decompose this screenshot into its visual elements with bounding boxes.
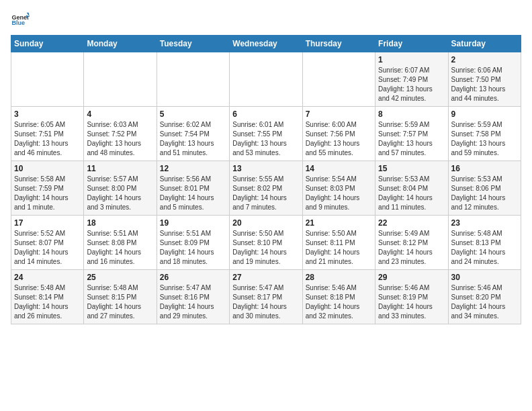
calendar-table: SundayMondayTuesdayWednesdayThursdayFrid… [11, 35, 521, 324]
day-info: Sunrise: 5:59 AM Sunset: 7:57 PM Dayligh… [378, 120, 445, 158]
day-number: 22 [378, 218, 445, 228]
calendar-cell: 12Sunrise: 5:56 AM Sunset: 8:01 PM Dayli… [157, 161, 229, 216]
calendar-cell: 10Sunrise: 5:58 AM Sunset: 7:59 PM Dayli… [11, 161, 84, 216]
calendar-cell: 3Sunrise: 6:05 AM Sunset: 7:51 PM Daylig… [11, 107, 84, 161]
day-info: Sunrise: 5:55 AM Sunset: 8:02 PM Dayligh… [232, 175, 299, 212]
day-info: Sunrise: 6:07 AM Sunset: 7:49 PM Dayligh… [378, 66, 445, 103]
day-number: 4 [87, 109, 153, 119]
calendar-cell: 30Sunrise: 5:46 AM Sunset: 8:20 PM Dayli… [448, 270, 521, 324]
day-info: Sunrise: 5:49 AM Sunset: 8:12 PM Dayligh… [378, 229, 445, 267]
day-info: Sunrise: 5:50 AM Sunset: 8:11 PM Dayligh… [306, 229, 372, 267]
column-header-wednesday: Wednesday [230, 36, 302, 52]
calendar-cell: 21Sunrise: 5:50 AM Sunset: 8:11 PM Dayli… [302, 216, 375, 270]
calendar-cell: 19Sunrise: 5:51 AM Sunset: 8:09 PM Dayli… [157, 216, 229, 270]
column-header-tuesday: Tuesday [157, 36, 229, 52]
column-header-sunday: Sunday [11, 36, 84, 52]
day-info: Sunrise: 6:00 AM Sunset: 7:56 PM Dayligh… [306, 120, 372, 158]
day-info: Sunrise: 5:46 AM Sunset: 8:20 PM Dayligh… [451, 283, 518, 321]
day-number: 8 [378, 109, 445, 119]
day-number: 27 [232, 273, 299, 282]
logo-icon: General Blue [11, 11, 30, 30]
day-number: 23 [451, 218, 518, 228]
calendar-cell [11, 52, 84, 107]
calendar-cell: 8Sunrise: 5:59 AM Sunset: 7:57 PM Daylig… [375, 107, 448, 161]
day-number: 14 [306, 164, 372, 173]
day-info: Sunrise: 5:48 AM Sunset: 8:15 PM Dayligh… [87, 283, 153, 321]
calendar-cell: 9Sunrise: 5:59 AM Sunset: 7:58 PM Daylig… [448, 107, 521, 161]
day-number: 10 [14, 164, 81, 173]
day-number: 19 [160, 218, 226, 228]
column-header-saturday: Saturday [448, 36, 521, 52]
calendar-cell: 25Sunrise: 5:48 AM Sunset: 8:15 PM Dayli… [84, 270, 157, 324]
day-info: Sunrise: 5:48 AM Sunset: 8:13 PM Dayligh… [451, 229, 518, 267]
day-info: Sunrise: 6:02 AM Sunset: 7:54 PM Dayligh… [160, 120, 226, 158]
day-number: 2 [451, 55, 518, 64]
calendar-cell: 26Sunrise: 5:47 AM Sunset: 8:16 PM Dayli… [157, 270, 229, 324]
day-info: Sunrise: 5:58 AM Sunset: 7:59 PM Dayligh… [14, 175, 81, 212]
calendar-cell: 24Sunrise: 5:48 AM Sunset: 8:14 PM Dayli… [11, 270, 84, 324]
calendar-cell [157, 52, 229, 107]
calendar-cell: 22Sunrise: 5:49 AM Sunset: 8:12 PM Dayli… [375, 216, 448, 270]
day-info: Sunrise: 5:48 AM Sunset: 8:14 PM Dayligh… [14, 283, 81, 321]
day-info: Sunrise: 5:56 AM Sunset: 8:01 PM Dayligh… [160, 175, 226, 212]
calendar-cell: 1Sunrise: 6:07 AM Sunset: 7:49 PM Daylig… [375, 52, 448, 107]
day-number: 25 [87, 273, 153, 282]
day-number: 5 [160, 109, 226, 119]
day-info: Sunrise: 5:47 AM Sunset: 8:17 PM Dayligh… [232, 283, 299, 321]
calendar-cell: 18Sunrise: 5:51 AM Sunset: 8:08 PM Dayli… [84, 216, 157, 270]
day-info: Sunrise: 5:50 AM Sunset: 8:10 PM Dayligh… [232, 229, 299, 267]
day-info: Sunrise: 5:51 AM Sunset: 8:08 PM Dayligh… [87, 229, 153, 267]
calendar-header-row: SundayMondayTuesdayWednesdayThursdayFrid… [11, 36, 521, 52]
day-number: 16 [451, 164, 518, 173]
calendar-cell: 28Sunrise: 5:46 AM Sunset: 8:18 PM Dayli… [302, 270, 375, 324]
column-header-thursday: Thursday [302, 36, 375, 52]
day-number: 26 [160, 273, 226, 282]
calendar-week-row: 1Sunrise: 6:07 AM Sunset: 7:49 PM Daylig… [11, 52, 521, 107]
column-header-monday: Monday [84, 36, 157, 52]
calendar-cell [230, 52, 302, 107]
day-info: Sunrise: 6:03 AM Sunset: 7:52 PM Dayligh… [87, 120, 153, 158]
day-info: Sunrise: 5:54 AM Sunset: 8:03 PM Dayligh… [306, 175, 372, 212]
column-header-friday: Friday [375, 36, 448, 52]
svg-text:Blue: Blue [11, 19, 25, 26]
calendar-cell: 13Sunrise: 5:55 AM Sunset: 8:02 PM Dayli… [230, 161, 302, 216]
day-info: Sunrise: 5:52 AM Sunset: 8:07 PM Dayligh… [14, 229, 81, 267]
day-number: 28 [306, 273, 372, 282]
calendar-week-row: 10Sunrise: 5:58 AM Sunset: 7:59 PM Dayli… [11, 161, 521, 216]
calendar-week-row: 24Sunrise: 5:48 AM Sunset: 8:14 PM Dayli… [11, 270, 521, 324]
calendar-cell [84, 52, 157, 107]
logo: General Blue [11, 11, 32, 30]
calendar-cell: 6Sunrise: 6:01 AM Sunset: 7:55 PM Daylig… [230, 107, 302, 161]
day-number: 13 [232, 164, 299, 173]
calendar-cell: 27Sunrise: 5:47 AM Sunset: 8:17 PM Dayli… [230, 270, 302, 324]
day-number: 6 [232, 109, 299, 119]
day-info: Sunrise: 5:57 AM Sunset: 8:00 PM Dayligh… [87, 175, 153, 212]
calendar-cell [302, 52, 375, 107]
day-info: Sunrise: 5:47 AM Sunset: 8:16 PM Dayligh… [160, 283, 226, 321]
day-number: 18 [87, 218, 153, 228]
day-number: 17 [14, 218, 81, 228]
calendar-cell: 15Sunrise: 5:53 AM Sunset: 8:04 PM Dayli… [375, 161, 448, 216]
day-info: Sunrise: 5:46 AM Sunset: 8:18 PM Dayligh… [306, 283, 372, 321]
day-number: 3 [14, 109, 81, 119]
day-number: 24 [14, 273, 81, 282]
calendar-cell: 20Sunrise: 5:50 AM Sunset: 8:10 PM Dayli… [230, 216, 302, 270]
day-info: Sunrise: 5:46 AM Sunset: 8:19 PM Dayligh… [378, 283, 445, 321]
calendar-cell: 16Sunrise: 5:53 AM Sunset: 8:06 PM Dayli… [448, 161, 521, 216]
day-info: Sunrise: 5:53 AM Sunset: 8:04 PM Dayligh… [378, 175, 445, 212]
day-info: Sunrise: 6:06 AM Sunset: 7:50 PM Dayligh… [451, 66, 518, 103]
day-info: Sunrise: 5:51 AM Sunset: 8:09 PM Dayligh… [160, 229, 226, 267]
day-number: 9 [451, 109, 518, 119]
day-number: 20 [232, 218, 299, 228]
page-header: General Blue [11, 11, 521, 30]
calendar-cell: 14Sunrise: 5:54 AM Sunset: 8:03 PM Dayli… [302, 161, 375, 216]
calendar-cell: 4Sunrise: 6:03 AM Sunset: 7:52 PM Daylig… [84, 107, 157, 161]
calendar-cell: 5Sunrise: 6:02 AM Sunset: 7:54 PM Daylig… [157, 107, 229, 161]
day-number: 12 [160, 164, 226, 173]
calendar-cell: 11Sunrise: 5:57 AM Sunset: 8:00 PM Dayli… [84, 161, 157, 216]
day-number: 21 [306, 218, 372, 228]
day-info: Sunrise: 6:01 AM Sunset: 7:55 PM Dayligh… [232, 120, 299, 158]
day-number: 30 [451, 273, 518, 282]
day-info: Sunrise: 6:05 AM Sunset: 7:51 PM Dayligh… [14, 120, 81, 158]
calendar-cell: 29Sunrise: 5:46 AM Sunset: 8:19 PM Dayli… [375, 270, 448, 324]
